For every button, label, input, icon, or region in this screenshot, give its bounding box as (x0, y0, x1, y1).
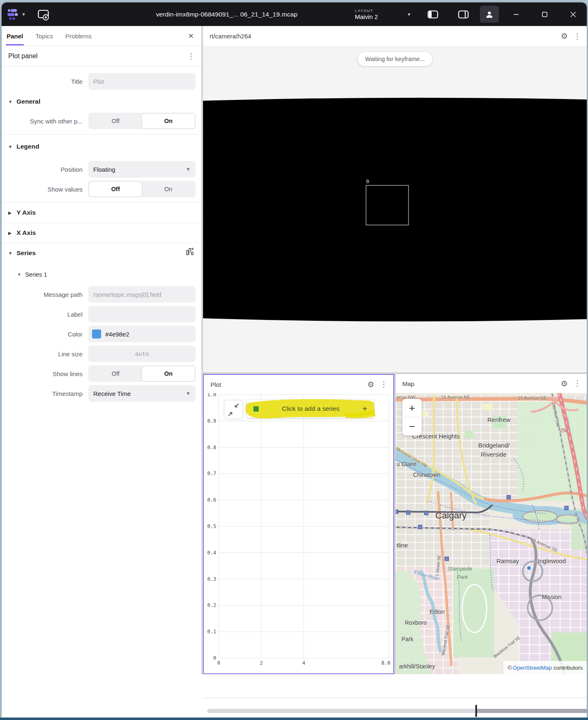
zoom-in-button[interactable]: + (402, 399, 422, 417)
tab-panel[interactable]: Panel (6, 27, 24, 45)
timeline-track-played[interactable] (207, 709, 476, 713)
minimize-button[interactable] (507, 2, 526, 26)
settings-gear-icon[interactable]: ⚙ (561, 380, 568, 388)
show-values-label: Show values (2, 186, 88, 193)
user-account-button[interactable] (480, 6, 499, 23)
sidebar-tabs: Panel Topics Problems ✕ (2, 26, 201, 46)
map-canvas[interactable]: enue NW16 Avenue NE16 Avenue NERenfrew25… (396, 393, 587, 674)
arrow-down-left-icon: ↙ (234, 401, 240, 409)
playhead[interactable] (475, 705, 477, 717)
floating-legend: ↙ ↗ Click to add a series + (224, 397, 377, 424)
position-select[interactable]: Floating ▼ (88, 161, 196, 178)
map-label: Renfrew (487, 416, 510, 423)
zoom-out-button[interactable]: − (402, 417, 422, 436)
chevron-down-icon: ▼ (186, 166, 191, 172)
collapse-legend-button[interactable]: ↙ ↗ (224, 400, 243, 419)
attribution-copyright: © (508, 665, 512, 671)
timeline-track-remaining[interactable] (476, 709, 587, 713)
camera-panel[interactable]: rt/camera/h264 ⚙ ⋮ Waiting for keyframe.… (203, 26, 587, 372)
color-label: Color (2, 331, 88, 338)
map-panel-title: Map (402, 380, 414, 387)
close-window-button[interactable] (564, 2, 583, 26)
svg-text:0.8: 0.8 (207, 445, 216, 450)
color-input[interactable]: #4e98e2 (88, 326, 196, 342)
add-series-button-label: Click to add a series (259, 405, 362, 412)
plot-chart: 1.00.90.80.70.60.50.40.30.20.100248.0 (204, 393, 393, 673)
map-label: Riverside (481, 451, 507, 458)
chevron-collapsed-icon: ▶ (8, 231, 12, 235)
openstreetmap-link[interactable]: OpenStreetMap (512, 665, 552, 671)
plot-settings-form: Title ▼ General Sync with other p... Off… (2, 66, 201, 402)
chevron-collapsed-icon: ▶ (8, 211, 12, 215)
video-frame: 0 (203, 97, 587, 322)
map-label: arkhill/Stanley (399, 663, 435, 670)
add-panel-button[interactable] (37, 2, 50, 26)
show-lines-off-option[interactable]: Off (89, 366, 142, 381)
camera-topic-title: rt/camera/h264 (210, 33, 251, 40)
sync-toggle: Off On (88, 113, 196, 129)
map-label: Roxboro (405, 619, 427, 626)
layout-name: Maivin 2 (355, 13, 378, 20)
show-values-off-option[interactable]: Off (89, 182, 142, 197)
series-1-label: Series 1 (25, 271, 47, 278)
tab-topics[interactable]: Topics (35, 27, 54, 45)
chevron-expanded-icon: ▼ (8, 144, 12, 149)
add-series-icon[interactable] (185, 246, 195, 256)
section-series[interactable]: ▼ Series (2, 243, 201, 263)
add-panel-icon (37, 8, 50, 21)
layout-selector[interactable]: LAYOUT Maivin 2 (355, 2, 378, 26)
show-values-on-option[interactable]: On (142, 182, 195, 197)
tab-problems[interactable]: Problems (65, 27, 92, 45)
svg-text:0: 0 (217, 660, 220, 666)
map-label: tline (397, 542, 408, 549)
sync-on-option[interactable]: On (142, 114, 195, 128)
svg-text:0.7: 0.7 (207, 471, 216, 476)
kebab-menu-icon[interactable]: ⋮ (187, 54, 195, 58)
toggle-left-sidebar-button[interactable] (427, 2, 438, 26)
section-legend-label: Legend (17, 143, 39, 150)
camera-panel-header: rt/camera/h264 ⚙ ⋮ (203, 26, 587, 47)
plot-panel-title: Plot (210, 381, 221, 388)
title-bar: ▾ verdin-imx8mp-06849091_... 06_21_14_19… (2, 2, 587, 26)
settings-sidebar: Panel Topics Problems ✕ Plot panel ⋮ Tit… (2, 26, 201, 674)
foxglove-logo-icon (7, 8, 19, 21)
layout-chevron[interactable]: ▾ (408, 2, 411, 26)
section-y-axis-label: Y Axis (17, 209, 36, 216)
section-y-axis[interactable]: ▶ Y Axis (2, 203, 201, 223)
section-general-label: General (17, 98, 40, 105)
plot-panel[interactable]: Plot ⚙ ⋮ 1.00.90.80.70.60.50.40.30.20.10… (203, 374, 394, 674)
series-1-header[interactable]: ▼ Series 1 (2, 266, 201, 283)
section-x-axis[interactable]: ▶ X Axis (2, 223, 201, 243)
message-path-label: Message path (2, 291, 88, 298)
timestamp-select[interactable]: Receive Time ▼ (88, 385, 196, 402)
line-size-input[interactable] (88, 346, 196, 362)
series-label-input[interactable] (88, 306, 196, 322)
kebab-menu-icon[interactable]: ⋮ (574, 34, 581, 38)
map-label: 16 Avenue NE (441, 395, 470, 400)
screenshot: ▾ verdin-imx8mp-06849091_... 06_21_14_19… (0, 0, 588, 720)
kebab-menu-icon[interactable]: ⋮ (380, 382, 387, 386)
toggle-right-sidebar-button[interactable] (458, 2, 469, 26)
kebab-menu-icon[interactable]: ⋮ (574, 381, 581, 386)
message-path-input[interactable] (88, 286, 196, 303)
settings-gear-icon[interactable]: ⚙ (367, 381, 374, 388)
map-label: Inglewood (538, 557, 566, 564)
map-label: u Claire (397, 461, 416, 467)
sync-off-option[interactable]: Off (89, 114, 142, 128)
timestamp-value: Receive Time (93, 390, 131, 397)
close-sidebar-icon[interactable]: ✕ (188, 32, 194, 40)
section-legend[interactable]: ▼ Legend (2, 139, 201, 154)
add-series-button[interactable]: Click to add a series + (247, 400, 374, 418)
app-logo-button[interactable]: ▾ (7, 2, 25, 26)
show-lines-toggle: Off On (88, 365, 196, 382)
map-panel[interactable]: Map ⚙ ⋮ (396, 374, 587, 674)
color-swatch[interactable] (92, 329, 101, 339)
left-sidebar-icon (427, 10, 438, 19)
section-general[interactable]: ▼ General (2, 94, 201, 109)
map-label: Mission (542, 594, 561, 600)
title-input[interactable] (88, 73, 196, 90)
maximize-button[interactable] (535, 2, 554, 26)
chevron-expanded-icon: ▼ (8, 251, 12, 256)
settings-gear-icon[interactable]: ⚙ (561, 32, 568, 40)
show-lines-on-option[interactable]: On (142, 366, 195, 381)
